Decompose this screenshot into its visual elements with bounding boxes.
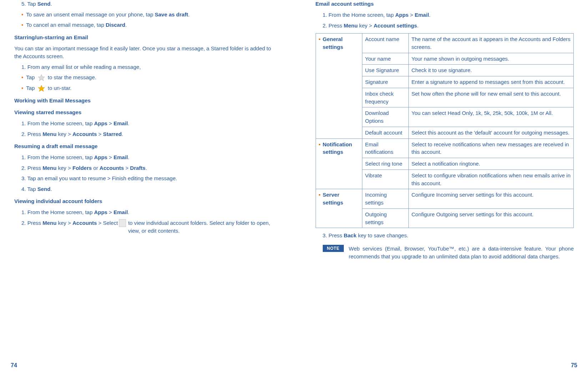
accounts-bold: Accounts [100,165,124,171]
eas-step-2: 2. Press Menu key > Account settings. [316,22,574,30]
text: key > [358,22,374,29]
text: to un-star. [48,85,72,91]
text: 1. From the Home screen, tap [323,12,395,18]
send-bold: Send [37,1,51,7]
text: . [146,165,147,171]
option-name: Your name [362,53,408,65]
category-label: Notification settings [323,141,359,156]
text: key > [56,220,72,226]
email-bold: Email [415,12,429,18]
text: To cancel an email message, tap Discard. [26,21,127,29]
text: 1. From the Home screen, tap [21,209,94,215]
option-desc: Check it to use signature. [408,65,574,76]
text: . [188,11,190,17]
rd-step-4: 4. Tap Send. [14,185,273,193]
text: > Select [97,220,118,226]
option-desc: Enter a signature to append to messages … [408,76,574,88]
note-badge: NOTE [323,245,344,252]
bullet-star: • Tap to star the message. [14,74,273,82]
text: 2. Press [21,220,42,226]
working-heading: Working with Email Messages [14,97,273,104]
account-settings-bold: Account settings [373,22,417,29]
option-name: Default account [362,127,408,138]
option-name: Download Options [362,107,408,127]
text: Tap [26,74,36,80]
option-desc: Configure Outgoing server settings for t… [408,208,574,228]
bullet-unstar: • Tap to un-star. [14,84,273,92]
discard-bold: Discard [106,22,125,28]
text: 1. From the Home screen, tap [21,120,94,126]
text: to view individual account folders. Sele… [128,219,273,235]
folder-icon [119,219,126,227]
star-empty-icon [37,74,45,82]
text: > [408,12,414,18]
viewing-starred-heading: Viewing starred messages [14,108,273,116]
apps-bold: Apps [94,120,107,126]
text: . [128,209,129,215]
menu-bold: Menu [42,165,56,171]
option-name: Select ring tone [362,158,408,170]
text: or [92,165,100,171]
option-desc: Your name shown in outgoing messages. [408,53,574,65]
text: 3. Press [323,232,344,238]
option-name: Email notifications [362,138,408,158]
option-desc: The name of the account as it appears in… [408,34,574,53]
server-settings-category: •Server settings [316,189,362,228]
text: 2. Press [323,22,344,29]
menu-bold: Menu [42,131,56,137]
notification-settings-category: •Notification settings [316,138,362,189]
text: > [124,165,130,171]
option-desc: Select this account as the 'default' acc… [408,127,574,138]
starring-heading: Starring/un-starring an Email [14,34,273,41]
accounts-bold: Accounts [72,220,97,226]
option-name: Inbox check frequency [362,88,408,107]
apps-bold: Apps [395,12,409,18]
vs-step-1: 1. From the Home screen, tap Apps > Emai… [14,120,273,128]
save-draft-bold: Save as draft [155,11,188,17]
bullet-save-draft: • To save an unsent email message on you… [14,11,273,19]
option-name: Vibrate [362,170,408,189]
star-filled-icon [37,85,45,92]
bullet-dot-icon: • [319,191,321,199]
send-bold: Send [37,186,51,192]
email-bold: Email [114,209,128,215]
text: > [107,154,114,160]
option-desc: You can select Head Only, 1k, 5k, 25k, 5… [408,107,574,127]
apps-bold: Apps [94,154,107,160]
page-number-left: 74 [11,362,17,369]
text: . [122,131,123,137]
svg-marker-1 [38,85,44,91]
text: > [97,131,103,137]
bullet-dot-icon: • [319,35,321,43]
text: key to save changes. [357,232,408,238]
option-name: Outgoing settings [362,208,408,228]
rd-step-2: 2. Press Menu key > Folders or Accounts … [14,164,273,172]
starring-step-1: 1. From any email list or while reading … [14,63,273,71]
step-5: 5. Tap Send. [14,0,273,8]
eas-step-1: 1. From the Home screen, tap Apps > Emai… [316,11,574,19]
menu-bold: Menu [344,22,358,29]
folders-bold: Folders [72,165,92,171]
option-name: Account name [362,34,408,53]
text: . [429,12,431,18]
email-bold: Email [114,154,128,160]
text: 5. Tap [21,1,37,7]
text: 2. Press [21,131,42,137]
category-label: Server settings [323,191,359,207]
vif-step-1: 1. From the Home screen, tap Apps > Emai… [14,208,273,217]
text: . [128,154,129,160]
option-desc: Select to receive notifications when new… [408,138,574,158]
vif-heading: Viewing individual account folders [14,197,273,205]
starring-desc: You can star an important message find i… [14,45,273,61]
page-number-right: 75 [571,362,577,369]
text: . [417,22,418,29]
right-page: Email account settings 1. From the Home … [294,0,588,374]
apps-bold: Apps [94,209,107,215]
text: To save an unsent email message on your … [26,11,155,17]
table-row: •Server settings Incoming settings Confi… [316,189,574,209]
starred-bold: Starred [103,131,122,137]
text: Tap [26,85,36,91]
rd-step-3: 3. Tap an email you want to resume > Fin… [14,175,273,183]
option-name: Use Signature [362,65,408,76]
general-settings-category: •General settings [316,34,362,139]
